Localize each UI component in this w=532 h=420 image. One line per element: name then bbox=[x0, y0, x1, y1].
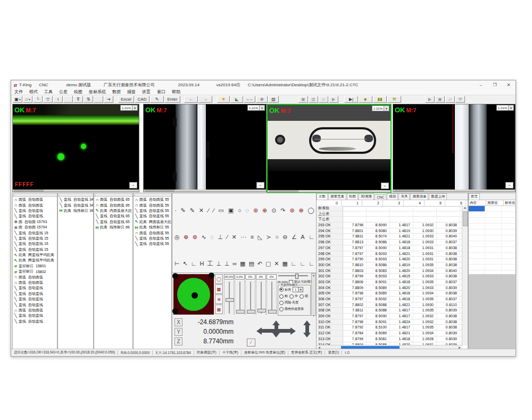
measure-tool-icon[interactable]: ◌ bbox=[210, 234, 214, 240]
camera-scrollbar[interactable] bbox=[13, 190, 139, 192]
feature-item[interactable]: ↖距离两圆弧最大距 bbox=[134, 219, 171, 225]
arrow-left-button[interactable]: ← bbox=[184, 96, 198, 103]
measure-tool-icon[interactable]: ∟ bbox=[309, 261, 314, 267]
measure-tool-icon[interactable]: ∟ bbox=[191, 261, 197, 267]
measure-tool-icon[interactable]: ∟ bbox=[291, 261, 297, 267]
measure-tool-icon[interactable]: ⊛ bbox=[289, 208, 294, 213]
camera-pane-1[interactable]: OKM:7 1-21%▼ FFFFF ⌣ bbox=[12, 104, 139, 192]
feature-item[interactable]: ⊕圆自动圆 15794 bbox=[13, 225, 57, 230]
measure-tool-icon[interactable]: ⊛ bbox=[193, 234, 197, 240]
ring-light-preview[interactable] bbox=[173, 274, 214, 315]
list-scroll-strip[interactable]: ‹ bbox=[58, 193, 93, 197]
slider-thumb[interactable] bbox=[226, 298, 234, 302]
results-tab-0[interactable]: 次数 bbox=[317, 193, 328, 200]
feature-item[interactable]: ∩圆弧自动圆弧 65 bbox=[94, 197, 132, 202]
measure-tool-icon[interactable]: ✕ bbox=[232, 234, 237, 240]
measure-tool-icon[interactable]: ∕ bbox=[213, 208, 214, 213]
feature-item[interactable]: ╲直线自动直线 65 bbox=[94, 219, 132, 225]
menu-item-8[interactable]: 设置 bbox=[139, 89, 154, 95]
level-radio-0[interactable] bbox=[279, 294, 284, 299]
menu-item-1[interactable]: 模式 bbox=[26, 89, 41, 95]
detail-row[interactable] bbox=[469, 247, 516, 253]
detail-row[interactable] bbox=[469, 212, 516, 218]
menu-item-7[interactable]: 捕捉 bbox=[124, 89, 139, 95]
level-dropdown[interactable]: 1▼ bbox=[293, 287, 303, 292]
standard-radio[interactable] bbox=[279, 287, 284, 292]
detail-row[interactable] bbox=[469, 265, 516, 270]
colorsearch-radio[interactable] bbox=[279, 307, 284, 311]
feature-item[interactable]: ∩圆弧自动圆弧 55 bbox=[134, 230, 171, 235]
table-row[interactable]: 297 OK7.87978.50901.48181.09310.80381.09… bbox=[317, 245, 462, 251]
table-row[interactable]: 296 OK7.88138.50861.48181.09330.80371.09… bbox=[317, 240, 462, 245]
open-button[interactable]: ▱▾ bbox=[23, 96, 32, 103]
jog-xy-vertical[interactable] bbox=[272, 320, 280, 337]
feature-item[interactable]: ╲直线自动直线 15 bbox=[13, 230, 57, 235]
save-button[interactable]: ▣▾ bbox=[13, 96, 22, 103]
detail-row[interactable] bbox=[469, 224, 516, 229]
feature-item[interactable]: H距离线性标注 66 bbox=[94, 225, 132, 230]
measure-tool-icon[interactable]: ✎ bbox=[190, 208, 195, 213]
measure-tool-icon[interactable]: ✕ bbox=[199, 208, 204, 213]
lens-toggle-icon[interactable]: ⌣ bbox=[505, 182, 513, 188]
slider-track[interactable] bbox=[224, 281, 234, 315]
camera-zoom-select[interactable]: 1-21%▼ bbox=[496, 105, 514, 111]
measure-tool-icon[interactable]: ⊙ bbox=[271, 208, 276, 213]
list-scroll-strip[interactable]: ‹ bbox=[13, 193, 57, 197]
feature-item[interactable]: ╲直线自动直线 55 bbox=[134, 213, 171, 219]
measure-tool-icon[interactable]: ≡ bbox=[251, 234, 254, 240]
interval-radio[interactable] bbox=[279, 301, 284, 305]
menu-item-10[interactable]: 帮助 bbox=[169, 89, 184, 95]
minimize-button[interactable]: – bbox=[474, 80, 488, 89]
camera-scrollbar[interactable] bbox=[144, 190, 266, 192]
light-preset-button-0[interactable]: ◯ bbox=[215, 274, 223, 284]
feature-item[interactable]: ⌀直径标注15802 bbox=[13, 269, 57, 274]
measure-tool-icon[interactable]: ▭ bbox=[218, 208, 223, 213]
measure-tool-icon[interactable]: ⊕ bbox=[298, 208, 303, 213]
table-row[interactable]: 294 OK7.88018.50801.48191.09300.80391.09… bbox=[317, 228, 462, 234]
feature-item[interactable]: ╲直线自动直线 bbox=[13, 291, 57, 297]
list-scroll-strip[interactable]: ‹ bbox=[94, 193, 132, 197]
tool2-button[interactable]: ⚒ bbox=[455, 96, 465, 103]
stage-move-button[interactable]: ⇥ bbox=[104, 96, 113, 103]
table-row[interactable]: 306 OK7.87978.50921.48181.09350.80371.09… bbox=[317, 297, 462, 302]
camera-zoom-select[interactable]: 1-21%▼ bbox=[120, 105, 138, 111]
light-panel-scrollbar[interactable]: ▲▼ bbox=[311, 273, 316, 318]
scroll-up-icon[interactable]: ▲ bbox=[462, 205, 468, 210]
table-row[interactable]: 304 OK7.88098.50891.48201.09330.80391.09… bbox=[317, 285, 462, 291]
blank-button[interactable] bbox=[63, 96, 73, 103]
light-preset-button-3[interactable]: ▦ bbox=[215, 304, 223, 314]
feature-item[interactable]: ╲直线自动直线 65 bbox=[94, 213, 132, 219]
master-brightness-slider[interactable] bbox=[278, 275, 308, 276]
detail-row[interactable] bbox=[469, 253, 516, 259]
results-vscrollbar[interactable]: ▲ bbox=[462, 205, 468, 345]
measure-tool-icon[interactable]: 工 bbox=[207, 261, 213, 267]
table-row[interactable]: 310 OK7.87968.50911.48241.09320.80381.09… bbox=[317, 319, 462, 325]
measure-tool-icon[interactable]: ⊕ bbox=[262, 208, 267, 213]
feature-item[interactable]: ∩圆弧自动圆弧 bbox=[13, 202, 57, 208]
feature-item[interactable]: ╲直线自动直线 55 bbox=[134, 241, 171, 246]
feature-item[interactable]: ╲直线自动直线 15 bbox=[13, 236, 57, 241]
camera-pane-4[interactable]: OKM:7 1-21%▼ ⌣ bbox=[393, 104, 516, 192]
detail-row[interactable] bbox=[469, 218, 516, 224]
stage-blank-button[interactable] bbox=[94, 96, 103, 103]
feature-item[interactable]: ╲直线自动直线 34 bbox=[58, 197, 93, 202]
measure-tool-icon[interactable]: ⊕ bbox=[184, 234, 188, 240]
table-row[interactable]: 308 OK7.88118.50881.48171.09350.80391.09… bbox=[317, 308, 462, 314]
table-row[interactable]: 301 OK7.88038.50831.48201.09340.80401.09… bbox=[317, 268, 462, 274]
feature-item[interactable]: ⌀直径标注15801 bbox=[13, 263, 57, 269]
zoom-tool-button[interactable]: ⊘ bbox=[256, 96, 268, 103]
slider-thumb[interactable] bbox=[257, 309, 266, 312]
slider-track[interactable] bbox=[245, 281, 255, 315]
feature-item[interactable]: H距离线性标注 55 bbox=[134, 225, 171, 230]
feature-item[interactable]: ∩圆弧自动圆弧 bbox=[13, 308, 57, 313]
camera-zoom-select[interactable]: 1-21%▼ bbox=[372, 105, 389, 111]
measure-tool-icon[interactable]: ∕ bbox=[208, 208, 209, 213]
chevron-down-icon[interactable]: ▼ bbox=[384, 106, 389, 111]
play2-button[interactable]: ▶ bbox=[425, 96, 435, 103]
light-preset-button-2[interactable]: ⊕ bbox=[215, 294, 223, 304]
slider-track[interactable] bbox=[235, 281, 245, 315]
feature-item[interactable]: ╲直线自动直线 bbox=[13, 319, 57, 324]
camera-scrollbar[interactable] bbox=[268, 190, 390, 192]
menu-item-5[interactable]: 坐标系统 bbox=[86, 89, 109, 95]
menu-item-9[interactable]: 窗口 bbox=[154, 89, 169, 95]
